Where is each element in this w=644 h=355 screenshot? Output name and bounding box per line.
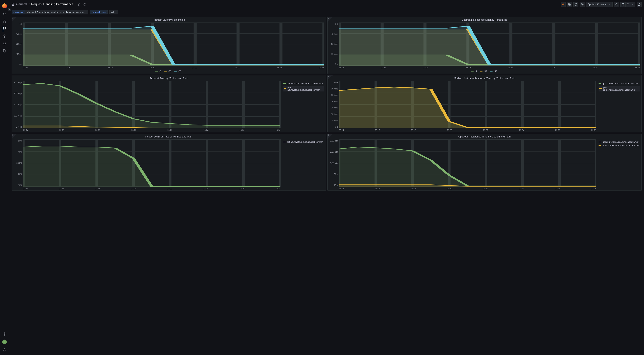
legend-item[interactable]: .5: [155, 70, 161, 72]
legend-item[interactable]: .95: [164, 70, 171, 72]
chart-plot[interactable]: [23, 23, 324, 66]
legend-item[interactable]: get azurevote.aks.azure.sabbour.me/: [598, 82, 640, 85]
x-axis: 23:1423:1623:1823:2023:2223:2423:2623:28: [12, 128, 280, 131]
chart-plot[interactable]: [23, 139, 280, 187]
legend-swatch: [174, 71, 177, 72]
legend-item[interactable]: post azurevote.aks.azure.sabbour.me/: [598, 144, 640, 147]
user-avatar[interactable]: [2, 339, 7, 344]
legend-item[interactable]: .95: [480, 70, 487, 72]
breadcrumb-title: Request Handling Performance: [31, 3, 73, 6]
star-icon[interactable]: [3, 20, 6, 23]
dashboard-home-icon[interactable]: [12, 3, 14, 6]
svg-rect-22: [563, 4, 564, 5]
grafana-logo[interactable]: [2, 3, 7, 9]
legend-item[interactable]: .99: [174, 70, 181, 72]
legend-item[interactable]: post azurevote.aks.azure.sabbour.me/: [283, 86, 324, 92]
search-icon[interactable]: [3, 12, 6, 16]
panel-req-rate[interactable]: Request Rate by Method and Path 400 req/…: [12, 75, 326, 132]
breadcrumb-folder[interactable]: General: [16, 3, 27, 6]
alerting-icon[interactable]: [3, 42, 6, 45]
refresh-interval-picker[interactable]: 30s: [626, 2, 635, 7]
legend-swatch: [283, 142, 286, 142]
service-ingress-variable[interactable]: Service Ingress: [90, 10, 108, 15]
settings-icon[interactable]: [3, 332, 6, 336]
help-icon[interactable]: [3, 348, 6, 352]
legend: .5 .95 .99: [12, 69, 324, 73]
legend-swatch: [164, 71, 167, 72]
legend-item[interactable]: get azurevote.aks.azure.sabbour.me/: [283, 82, 324, 85]
svg-marker-15: [78, 3, 80, 5]
legend: get azurevote.aks.azure.sabbour.me/ post…: [596, 81, 640, 131]
svg-rect-14: [12, 5, 13, 5]
datasource-var-value: Managed_Prometheus_defaultazuremonitorwo…: [27, 11, 84, 14]
service-ingress-value[interactable]: All: [109, 10, 118, 15]
save-button[interactable]: [567, 2, 572, 7]
legend-item[interactable]: get azurevote.aks.azure.sabbour.me/: [598, 141, 640, 143]
svg-point-8: [4, 334, 5, 334]
legend-label: .5: [159, 70, 161, 72]
panel-upstream-time[interactable]: i Upstream Response Time by Method and P…: [327, 134, 642, 191]
y-axis: 350 ms300 ms250 ms200 ms150 ms100 ms50 m…: [328, 81, 339, 128]
legend-swatch: [155, 71, 158, 72]
chart-plot[interactable]: [339, 23, 640, 66]
datasource-variable[interactable]: datasource Managed_Prometheus_defaultazu…: [12, 10, 88, 15]
legend-swatch: [490, 71, 492, 72]
dashboard-insights-icon[interactable]: [574, 2, 578, 7]
svg-rect-4: [5, 29, 6, 30]
tv-mode-icon[interactable]: [636, 2, 642, 7]
svg-point-16: [84, 3, 85, 4]
legend-item[interactable]: get azurevote.aks.azure.sabbour.me/: [283, 141, 324, 143]
chevron-down-icon: [115, 11, 116, 13]
x-axis: 23:1423:1623:1823:2023:2223:2423:2623:28: [12, 187, 280, 190]
svg-rect-12: [14, 3, 14, 4]
panel-info-icon[interactable]: i: [328, 75, 332, 80]
refresh-button[interactable]: [620, 2, 626, 7]
file-icon[interactable]: [3, 49, 6, 53]
variable-bar: datasource Managed_Prometheus_defaultazu…: [9, 9, 644, 16]
refresh-interval-label: 30s: [627, 3, 630, 6]
y-axis: 50%40%30.0%20%10%: [12, 139, 23, 187]
star-dashboard-icon[interactable]: [77, 3, 81, 6]
dashboard-settings-icon[interactable]: [580, 2, 585, 7]
legend-label: .99: [178, 70, 181, 72]
legend-swatch: [480, 71, 482, 72]
y-axis: 2.08 min1.67 min1.25 min50 s25 s: [328, 139, 339, 187]
panel-req-latency[interactable]: i Request Latency Percentiles 1 s750 ms5…: [12, 17, 326, 74]
panel-info-icon[interactable]: i: [12, 17, 17, 22]
share-icon[interactable]: [82, 3, 86, 6]
chart-plot[interactable]: [339, 139, 596, 187]
x-axis: 23:1423:1623:1823:2023:2223:2423:2623:28: [328, 66, 640, 69]
legend-label: get azurevote.aks.azure.sabbour.me/: [602, 82, 638, 85]
legend-swatch: [598, 145, 601, 146]
sidebar-expand-icon[interactable]: [8, 8, 11, 11]
add-panel-button[interactable]: [561, 2, 566, 7]
dashboards-icon[interactable]: [3, 27, 6, 31]
x-axis: 23:1423:1623:1823:2023:2223:2423:2623:28: [328, 128, 596, 131]
svg-marker-1: [3, 20, 6, 23]
x-axis: 23:1423:1623:1823:2023:2223:2423:2623:28: [12, 66, 324, 69]
panel-median-upstream[interactable]: i Median Upstream Response Time by Metho…: [327, 75, 642, 132]
legend-label: .5: [475, 70, 477, 72]
panel-info-icon[interactable]: i: [328, 17, 332, 22]
chart-plot[interactable]: [339, 81, 596, 128]
legend-item[interactable]: .5: [471, 70, 477, 72]
legend: get azurevote.aks.azure.sabbour.me/ post…: [596, 139, 640, 190]
service-var-label: Service Ingress: [90, 10, 108, 14]
svg-rect-13: [14, 5, 14, 5]
zoom-out-icon[interactable]: [614, 2, 619, 7]
panel-info-icon[interactable]: i: [328, 134, 332, 139]
service-var-value: All: [111, 11, 114, 14]
legend-item[interactable]: post azurevote.aks.azure.sabbour.me/: [598, 86, 640, 92]
svg-rect-5: [3, 29, 4, 30]
y-axis: 1 s750 ms500 ms250 ms0 s: [12, 23, 23, 66]
legend-swatch: [598, 83, 601, 84]
chart-plot[interactable]: [23, 81, 280, 128]
datasource-var-label: datasource: [12, 10, 25, 14]
explore-icon[interactable]: [3, 34, 6, 38]
legend: .5 .95 .99: [328, 69, 640, 73]
panel-info-icon[interactable]: i: [12, 134, 17, 139]
legend-item[interactable]: .99: [490, 70, 497, 72]
time-range-picker[interactable]: Last 15 minutes: [586, 2, 613, 7]
panel-error-rate[interactable]: i Response Error Rate by Method and Path…: [12, 134, 326, 191]
panel-upstream-latency[interactable]: i Upstream Response Latency Percentiles …: [327, 17, 642, 74]
